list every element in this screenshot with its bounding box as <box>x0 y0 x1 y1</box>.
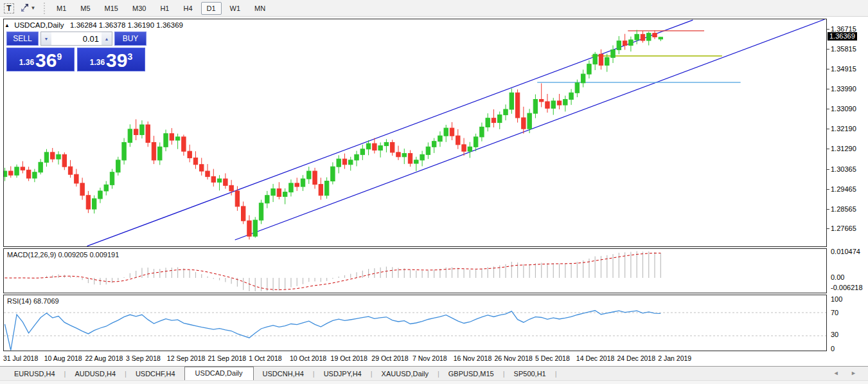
tab-scroll-arrows[interactable]: ◄ ► <box>833 370 862 376</box>
candle <box>450 128 454 136</box>
candle <box>75 174 78 183</box>
candle <box>438 136 442 142</box>
candle <box>426 147 430 154</box>
candle <box>229 185 233 191</box>
candle <box>9 171 13 175</box>
candle <box>647 33 651 41</box>
lot-decrease-button[interactable]: ▼ <box>41 32 51 45</box>
candle <box>391 142 394 152</box>
price-tick <box>827 209 829 210</box>
candle <box>217 179 221 182</box>
candle <box>569 93 573 99</box>
candle <box>224 179 227 185</box>
candle <box>468 147 472 151</box>
chart-tab-usdcad[interactable]: USDCAD,Daily <box>184 367 254 380</box>
date-axis-label: 24 Dec 2018 <box>617 354 656 362</box>
price-tick <box>827 89 829 89</box>
candle <box>581 74 585 83</box>
date-axis-label: 10 Oct 2018 <box>290 354 326 362</box>
candle <box>283 192 287 197</box>
timeframe-button-mn[interactable]: MN <box>249 2 271 15</box>
arrows-tool-button[interactable]: ▼ <box>18 2 37 15</box>
candle <box>635 34 639 40</box>
text-tool-button[interactable]: T <box>3 2 15 15</box>
candle <box>480 127 484 136</box>
macd-panel[interactable]: MACD(12,26,9) 0.009205 0.009191 <box>3 248 827 293</box>
lot-size-box: ▼ ▲ <box>40 32 112 46</box>
date-axis-label: 2 Jan 2019 <box>658 354 691 362</box>
candle <box>420 154 424 160</box>
candle <box>474 137 477 147</box>
chart-symbol: USDCAD,Daily <box>14 21 64 29</box>
candle <box>21 167 24 170</box>
buy-price-display[interactable]: 1.36 39 3 <box>77 48 145 71</box>
candle <box>104 185 108 191</box>
macd-axis-label: 0.010474 <box>831 248 860 255</box>
date-axis-label: 10 Aug 2018 <box>44 354 82 362</box>
timeframe-button-d1[interactable]: D1 <box>201 2 222 15</box>
candle <box>4 171 7 177</box>
candle <box>122 142 126 160</box>
timeframe-button-m15[interactable]: M15 <box>99 2 124 15</box>
price-tick <box>827 129 829 129</box>
timeframe-button-h4[interactable]: H4 <box>177 2 198 15</box>
candle <box>80 183 84 196</box>
candle <box>277 188 281 196</box>
candle <box>593 54 597 64</box>
lot-increase-button[interactable]: ▲ <box>102 32 112 45</box>
date-axis-label: 3 Sep 2018 <box>126 354 161 362</box>
candle <box>206 171 209 177</box>
timeframe-button-w1[interactable]: W1 <box>224 2 247 15</box>
timeframe-button-m5[interactable]: M5 <box>75 2 96 15</box>
candle <box>271 188 275 195</box>
subwindow-expand-icon[interactable]: ▲ <box>4 23 10 28</box>
candle <box>211 177 215 183</box>
price-axis-label: 1.27665 <box>831 224 856 232</box>
candle <box>242 206 245 221</box>
date-axis[interactable]: 31 Jul 201810 Aug 201822 Aug 20183 Sep 2… <box>3 353 827 366</box>
status-strip <box>0 380 868 384</box>
timeframe-button-h1[interactable]: H1 <box>154 2 175 15</box>
top-toolbar: T ▼ M1M5M15M30H1H4D1W1MN <box>0 0 868 17</box>
chart-tab-xauusd[interactable]: XAUUSD,Daily <box>373 368 438 380</box>
candle <box>140 125 144 134</box>
price-axis[interactable]: 1.367151.358151.349151.339901.330901.321… <box>827 19 868 351</box>
candle <box>319 185 323 196</box>
chart-tab-sp500[interactable]: SP500,H1 <box>505 368 555 380</box>
candle <box>360 149 364 155</box>
date-axis-label: 26 Nov 2018 <box>494 354 533 362</box>
chart-tab-usdchf[interactable]: USDCHF,H4 <box>127 368 184 380</box>
candle <box>188 151 191 158</box>
candle <box>515 93 519 118</box>
candle <box>289 183 293 192</box>
candle <box>57 154 60 159</box>
macd-axis-label: -0.006218 <box>831 284 863 291</box>
price-axis-label: 1.30365 <box>831 165 856 173</box>
chart-tab-gbpusd[interactable]: GBPUSD,M15 <box>439 368 503 380</box>
chart-tab-eurusd[interactable]: EURUSD,H4 <box>5 368 64 380</box>
price-tick <box>827 228 829 229</box>
buy-button[interactable]: BUY <box>114 32 146 46</box>
sell-price-display[interactable]: 1.36 36 9 <box>6 48 75 71</box>
timeframe-button-m1[interactable]: M1 <box>51 2 72 15</box>
chart-tab-usdcnh[interactable]: USDCNH,H4 <box>254 368 313 380</box>
sell-button[interactable]: SELL <box>6 32 39 46</box>
macd-chart <box>4 249 826 293</box>
rsi-panel[interactable]: RSI(14) 68.7069 <box>3 295 827 351</box>
date-axis-label: 7 Nov 2018 <box>412 354 447 362</box>
candle <box>623 41 626 46</box>
candle <box>200 165 204 171</box>
macd-axis-label: 0.00 <box>831 273 844 281</box>
candle <box>301 179 305 187</box>
timeframe-button-m30[interactable]: M30 <box>127 2 152 15</box>
candle <box>396 152 400 157</box>
chart-ohlc-values: 1.36284 1.36378 1.36190 1.36369 <box>70 21 183 29</box>
chart-tab-audusd[interactable]: AUDUSD,H4 <box>66 368 125 380</box>
chart-tab-usdjpy[interactable]: USDJPY,H4 <box>315 368 371 380</box>
candle <box>337 159 341 167</box>
candle <box>492 118 495 123</box>
lot-size-input[interactable] <box>51 32 102 45</box>
price-axis-label: 1.29465 <box>831 185 856 193</box>
rsi-label: RSI(14) 68.7069 <box>7 297 59 305</box>
candle <box>551 101 555 108</box>
